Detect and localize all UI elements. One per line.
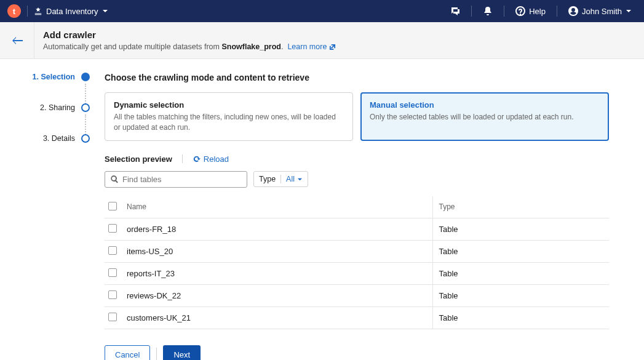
row-type: Table — [432, 240, 609, 262]
step-label: 3. Details — [43, 134, 75, 143]
row-name: reviews-DK_22 — [123, 284, 432, 306]
divider — [504, 6, 504, 17]
row-type: Table — [432, 306, 609, 329]
back-button[interactable] — [0, 22, 34, 58]
chevron-down-icon — [626, 8, 632, 14]
step-sharing[interactable]: 2. Sharing — [0, 103, 90, 112]
card-title: Manual selection — [370, 100, 600, 110]
row-name: customers-UK_21 — [123, 306, 432, 329]
row-type: Table — [432, 262, 609, 284]
step-details[interactable]: 3. Details — [0, 134, 90, 143]
table-row[interactable]: orders-FR_18 Table — [105, 218, 609, 240]
row-name: reports-IT_23 — [123, 262, 432, 284]
subtitle-suffix: . — [281, 42, 283, 51]
divider — [471, 6, 472, 17]
help-icon — [515, 6, 525, 16]
divider — [27, 6, 28, 17]
card-desc: All the tables matching the filters, inc… — [114, 112, 344, 133]
divider — [182, 154, 183, 163]
divider — [557, 6, 557, 17]
mode-card-manual[interactable]: Manual selection Only the selected table… — [360, 92, 609, 141]
preview-header: Selection preview Reload — [105, 154, 609, 164]
help-label: Help — [529, 7, 546, 16]
cancel-button[interactable]: Cancel — [105, 345, 150, 360]
search-input[interactable] — [122, 175, 242, 184]
step-dot-icon — [81, 73, 90, 81]
tables-list: Name Type orders-FR_18 Table items-US_20… — [105, 196, 609, 329]
row-checkbox[interactable] — [108, 290, 117, 299]
row-checkbox[interactable] — [108, 246, 117, 255]
table-row[interactable]: items-US_20 Table — [105, 240, 609, 262]
apps-icon — [34, 7, 42, 15]
connection-name: Snowflake_prod — [221, 42, 281, 51]
learn-more-link[interactable]: Learn more — [287, 42, 336, 51]
step-label: 2. Sharing — [40, 103, 75, 112]
row-name: items-US_20 — [123, 240, 432, 262]
step-dot-icon — [81, 103, 90, 112]
card-title: Dynamic selection — [114, 100, 344, 110]
row-type: Table — [432, 284, 609, 306]
divider — [280, 175, 281, 183]
app-switcher[interactable]: Data Inventory — [34, 7, 108, 16]
app-logo[interactable]: t — [7, 4, 21, 18]
row-checkbox[interactable] — [108, 313, 117, 321]
page-subtitle: Automatically get and update multiple da… — [43, 42, 635, 51]
table-row[interactable]: reports-IT_23 Table — [105, 262, 609, 284]
top-navbar: t Data Inventory Help John Smith — [0, 0, 644, 22]
type-filter-value: All — [286, 175, 295, 183]
col-type-header: Type — [432, 196, 609, 218]
section-title: Choose the crawling mode and content to … — [105, 73, 609, 82]
bell-icon — [483, 6, 493, 16]
step-selection[interactable]: 1. Selection — [0, 73, 90, 81]
row-name: orders-FR_18 — [123, 218, 432, 240]
reload-label: Reload — [204, 154, 229, 164]
stepper: 1. Selection 2. Sharing 3. Details — [0, 59, 98, 360]
mode-cards: Dynamic selection All the tables matchin… — [105, 92, 609, 141]
app-switcher-label: Data Inventory — [46, 7, 98, 16]
row-type: Table — [432, 218, 609, 240]
reload-button[interactable]: Reload — [193, 154, 229, 164]
arrow-left-icon — [12, 36, 23, 45]
user-icon — [568, 6, 578, 16]
external-link-icon — [329, 44, 336, 50]
step-label: 1. Selection — [33, 73, 75, 81]
row-checkbox[interactable] — [108, 224, 117, 233]
type-filter-label: Type — [259, 175, 276, 183]
type-filter[interactable]: Type All — [253, 171, 308, 187]
chevron-down-icon — [102, 8, 108, 14]
messages-button[interactable] — [445, 6, 465, 16]
preview-label: Selection preview — [105, 154, 172, 164]
footer-buttons: Cancel Next — [105, 345, 609, 360]
reload-icon — [193, 155, 201, 163]
user-menu[interactable]: John Smith — [563, 6, 637, 16]
table-row[interactable]: customers-UK_21 Table — [105, 306, 609, 329]
chat-icon — [450, 6, 460, 16]
page-title: Add crawler — [43, 30, 635, 40]
card-desc: Only the selected tables will be loaded … — [370, 112, 600, 122]
notifications-button[interactable] — [478, 6, 498, 16]
row-checkbox[interactable] — [108, 268, 117, 277]
table-row[interactable]: reviews-DK_22 Table — [105, 284, 609, 306]
mode-card-dynamic[interactable]: Dynamic selection All the tables matchin… — [105, 92, 353, 141]
step-dot-icon — [81, 134, 90, 143]
col-name-header: Name — [123, 196, 432, 218]
select-all-checkbox[interactable] — [108, 202, 117, 210]
user-name-label: John Smith — [582, 7, 622, 16]
subtitle-prefix: Automatically get and update multiple da… — [43, 42, 221, 51]
page-header: Add crawler Automatically get and update… — [0, 22, 644, 59]
learn-more-label: Learn more — [287, 42, 327, 51]
chevron-down-icon — [297, 177, 303, 182]
search-icon — [110, 175, 119, 183]
divider — [156, 348, 157, 360]
next-button[interactable]: Next — [163, 345, 201, 360]
search-input-wrapper[interactable] — [105, 171, 247, 188]
help-button[interactable]: Help — [511, 6, 551, 16]
